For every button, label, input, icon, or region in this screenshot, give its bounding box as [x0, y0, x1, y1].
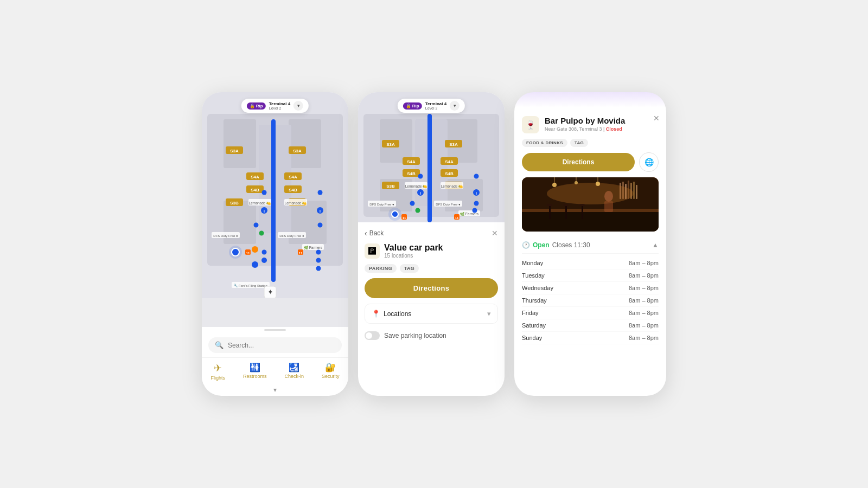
- security-label: Security: [322, 374, 340, 379]
- terminal-info-block-2: Terminal 4 Level 2: [425, 101, 446, 110]
- svg-point-98: [418, 174, 423, 179]
- map-area-1[interactable]: 🔒 Rip Terminal 4 Level 2 ▾: [202, 92, 348, 327]
- locations-pin-icon: 📍: [372, 310, 380, 318]
- bar-tag-food: FOOD & DRINKS: [522, 139, 567, 147]
- bar-venue-icon: 🍷: [522, 116, 539, 133]
- rip-label-1: Rip: [256, 104, 263, 108]
- closes-text: Closes 11:30: [552, 241, 590, 249]
- svg-point-50: [252, 261, 258, 268]
- back-button-2[interactable]: ‹ Back: [365, 229, 384, 237]
- svg-rect-3: [289, 119, 321, 168]
- terminal-line1-2: Terminal 4: [425, 101, 446, 106]
- svg-text:Lemonade 🍋: Lemonade 🍋: [441, 184, 464, 189]
- map-svg-1: S3A S3A S4A S4A S4B S4B S3B S3B Lemonade…: [202, 92, 348, 298]
- terminal-line1-1: Terminal 4: [269, 101, 290, 106]
- nav-flights[interactable]: ✈ Flights: [210, 362, 225, 381]
- svg-point-127: [604, 191, 613, 202]
- svg-text:Lemonade 🍋: Lemonade 🍋: [285, 201, 308, 206]
- nav-restrooms[interactable]: 🚻 Restrooms: [243, 362, 267, 381]
- globe-button[interactable]: 🌐: [639, 152, 659, 172]
- venue-name-2: Value car park: [384, 243, 443, 253]
- restrooms-label: Restrooms: [243, 374, 267, 379]
- bottom-nav-1: ✈ Flights 🚻 Restrooms 🛃 Check-in 🔐 Secur…: [202, 357, 348, 384]
- svg-text:S4B: S4B: [251, 188, 259, 192]
- tag-tag-2: TAG: [400, 264, 419, 273]
- svg-rect-121: [549, 206, 551, 219]
- friday-time: 8am – 8pm: [629, 310, 659, 316]
- svg-point-41: [318, 190, 323, 195]
- save-parking-toggle-2[interactable]: [365, 331, 380, 340]
- svg-text:DFS Duty Free ●: DFS Duty Free ●: [436, 203, 461, 206]
- nav-security[interactable]: 🔐 Security: [322, 362, 340, 381]
- expand-arrow-1[interactable]: ▾: [202, 384, 348, 396]
- svg-text:11: 11: [403, 216, 406, 220]
- detail-top-bar-2: ‹ Back ✕: [365, 229, 498, 237]
- open-status: Open: [533, 241, 550, 249]
- globe-icon: 🌐: [644, 158, 654, 166]
- svg-text:S3A: S3A: [386, 142, 395, 147]
- bar-directions-button[interactable]: Directions: [522, 153, 635, 171]
- hours-monday: Monday 8am – 8pm: [522, 257, 659, 269]
- bar-status: Closed: [606, 126, 622, 132]
- venue-title-row-2: 🅿 Value car park 15 locations: [365, 243, 498, 259]
- svg-text:DFS Duty Free ●: DFS Duty Free ●: [213, 234, 238, 237]
- directions-button-2[interactable]: Directions: [365, 278, 498, 298]
- svg-point-103: [473, 208, 477, 213]
- tag-parking: PARKING: [365, 264, 397, 273]
- svg-rect-123: [565, 206, 567, 219]
- svg-point-49: [252, 246, 258, 253]
- venue-icon-2: 🅿: [365, 243, 380, 259]
- bar-location: Near Gate 308, Terminal 3 | Closed: [545, 126, 659, 132]
- venue-text-block-2: Value car park 15 locations: [384, 243, 443, 259]
- venue-subtitle-2: 15 locations: [384, 253, 443, 259]
- terminal-header-2: 🔒 Rip Terminal 4 Level 2 ▾: [398, 99, 465, 113]
- search-input-wrap-1[interactable]: 🔍: [208, 337, 342, 353]
- svg-text:i: i: [420, 191, 421, 195]
- save-parking-row-2: Save parking location: [365, 329, 498, 342]
- hours-chevron-icon[interactable]: ▲: [652, 241, 659, 249]
- bar-photo-svg: [522, 177, 659, 232]
- sunday-time: 8am – 8pm: [629, 335, 659, 341]
- svg-text:S3B: S3B: [386, 184, 395, 189]
- bar-title-block: Bar Pulpo by Movida Near Gate 308, Termi…: [545, 116, 659, 132]
- locations-left-2: 📍 Locations: [372, 310, 411, 318]
- search-input-1[interactable]: [228, 342, 335, 349]
- locations-label-2: Locations: [384, 310, 411, 318]
- flights-icon: ✈: [214, 362, 222, 374]
- svg-point-47: [316, 258, 321, 263]
- svg-point-102: [474, 201, 479, 206]
- map-area-2[interactable]: 🔒 Rip Terminal 4 Level 2 ▾ S3A: [358, 92, 505, 222]
- svg-point-124: [563, 204, 569, 206]
- checkin-label: Check-in: [284, 374, 304, 379]
- saturday-time: 8am – 8pm: [629, 322, 659, 329]
- svg-point-43: [259, 231, 264, 236]
- svg-rect-112: [522, 209, 659, 212]
- svg-point-130: [552, 183, 557, 187]
- bar-tags-row: FOOD & DRINKS TAG: [514, 139, 666, 152]
- nav-checkin[interactable]: 🛃 Check-in: [284, 362, 304, 381]
- svg-text:DFS Duty Free ●: DFS Duty Free ●: [369, 203, 394, 206]
- detail-panel-2: ‹ Back ✕ 🅿 Value car park 15 locations P…: [358, 222, 505, 349]
- hours-saturday: Saturday 8am – 8pm: [522, 319, 659, 332]
- terminal-expand-btn-2[interactable]: ▾: [450, 101, 459, 111]
- close-button-2[interactable]: ✕: [492, 229, 498, 237]
- clock-icon: 🕐: [522, 241, 530, 249]
- svg-rect-67: [427, 114, 432, 222]
- hours-thursday: Thursday 8am – 8pm: [522, 294, 659, 307]
- svg-rect-111: [522, 210, 659, 232]
- svg-point-51: [261, 258, 267, 263]
- svg-point-57: [232, 248, 239, 256]
- locations-row-2[interactable]: 📍 Locations ▾: [365, 304, 498, 324]
- terminal-expand-btn-1[interactable]: ▾: [293, 101, 303, 111]
- terminal-line2-2: Level 2: [425, 106, 446, 110]
- bar-photo: [522, 177, 659, 232]
- tuesday-label: Tuesday: [522, 272, 629, 279]
- svg-point-101: [416, 208, 420, 213]
- screen2-frame: 🔒 Rip Terminal 4 Level 2 ▾ S3A: [358, 92, 505, 396]
- flights-label: Flights: [210, 375, 225, 381]
- monday-time: 8am – 8pm: [629, 260, 659, 266]
- svg-text:✦: ✦: [267, 288, 273, 296]
- svg-text:S3B: S3B: [230, 201, 239, 206]
- svg-point-100: [410, 201, 415, 206]
- bar-close-button[interactable]: ✕: [653, 114, 660, 123]
